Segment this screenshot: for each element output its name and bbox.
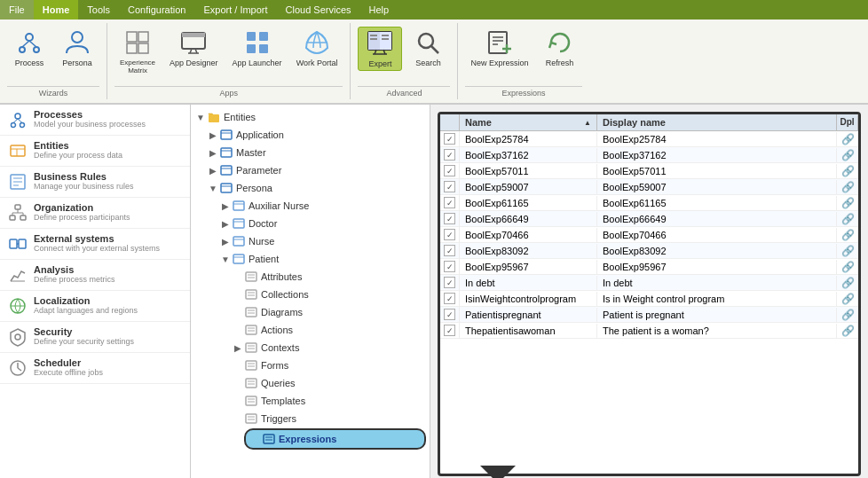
security-icon — [7, 326, 28, 348]
menu-configuration[interactable]: Configuration — [119, 0, 194, 20]
tree-item-application[interactable]: ▶ Application — [191, 126, 430, 144]
row-check[interactable]: ✓ — [440, 163, 460, 178]
row-deploy-link[interactable]: 🔗 — [837, 293, 858, 305]
tree-item-queries[interactable]: Queries — [191, 374, 430, 392]
row-deploy-link[interactable]: 🔗 — [837, 245, 858, 257]
table-row[interactable]: ✓ Patientispregnant Patient is pregnant … — [440, 307, 858, 323]
row-check[interactable]: ✓ — [440, 323, 460, 338]
localization-desc: Adapt languages and regions — [34, 306, 183, 315]
expressions-icon — [262, 432, 276, 446]
sidebar-item-entities[interactable]: Entities Define your process data — [0, 136, 190, 167]
menu-export-import[interactable]: Export / Import — [194, 0, 276, 20]
search-button[interactable]: Search — [406, 27, 450, 69]
persona-tree-label: Persona — [236, 183, 272, 193]
app-designer-button[interactable]: App Designer — [164, 27, 224, 69]
name-column-header[interactable]: Name ▲ — [460, 114, 597, 130]
tree-item-collections[interactable]: Collections — [191, 286, 430, 303]
tree-item-patient[interactable]: ▼ Patient — [191, 250, 430, 268]
persona-button[interactable]: Persona — [55, 27, 99, 69]
row-name: BoolExp25784 — [460, 132, 597, 146]
row-check[interactable]: ✓ — [440, 179, 460, 194]
row-deploy-link[interactable]: 🔗 — [837, 229, 858, 241]
menu-file[interactable]: File — [0, 0, 34, 20]
tree-item-contexts[interactable]: ▶ Contexts — [191, 339, 430, 357]
sidebar-item-processes[interactable]: Processes Model your business processes — [0, 105, 190, 136]
tree-item-diagrams[interactable]: Diagrams — [191, 303, 430, 321]
process-button[interactable]: Process — [7, 27, 51, 69]
row-deploy-link[interactable]: 🔗 — [837, 133, 858, 145]
expert-button[interactable]: Expert — [358, 27, 402, 71]
row-deploy-link[interactable]: 🔗 — [837, 197, 858, 209]
sidebar-item-external-systems[interactable]: External systems Connect with your exter… — [0, 229, 190, 260]
tree-item-persona[interactable]: ▼ Persona — [191, 179, 430, 197]
menu-tools[interactable]: Tools — [78, 0, 119, 20]
table-row[interactable]: ✓ BoolExp66649 BoolExp66649 🔗 — [440, 211, 858, 227]
table-row[interactable]: ✓ Thepatientisawoman The patient is a wo… — [440, 323, 858, 339]
sidebar-item-security[interactable]: Security Define your security settings — [0, 322, 190, 353]
menu-help[interactable]: Help — [360, 0, 398, 20]
tree-item-auxiliar-nurse[interactable]: ▶ Auxiliar Nurse — [191, 197, 430, 215]
experience-matrix-button[interactable]: ExperienceMatrix — [114, 27, 161, 76]
contexts-icon — [244, 341, 258, 355]
table-row[interactable]: ✓ IsinWeightcontrolprogram Is in Weight … — [440, 291, 858, 307]
tree-item-forms[interactable]: Forms — [191, 357, 430, 374]
sidebar-item-analysis[interactable]: Analysis Define process metrics — [0, 260, 190, 291]
scheduler-desc: Execute offline jobs — [34, 368, 183, 377]
row-deploy-link[interactable]: 🔗 — [837, 165, 858, 177]
row-deploy-link[interactable]: 🔗 — [837, 277, 858, 289]
tree-item-actions[interactable]: Actions — [191, 321, 430, 339]
svg-rect-9 — [138, 43, 148, 53]
row-check[interactable]: ✓ — [440, 131, 460, 146]
tree-item-entities-root[interactable]: ▼ Entities — [191, 108, 430, 126]
tree-item-master[interactable]: ▶ Master — [191, 144, 430, 161]
table-row[interactable]: ✓ In debt In debt 🔗 — [440, 275, 858, 291]
row-deploy-link[interactable]: 🔗 — [837, 309, 858, 321]
table-row[interactable]: ✓ BoolExp59007 BoolExp59007 🔗 — [440, 179, 858, 195]
row-check[interactable]: ✓ — [440, 211, 460, 226]
table-row[interactable]: ✓ BoolExp25784 BoolExp25784 🔗 — [440, 131, 858, 147]
table-row[interactable]: ✓ BoolExp95967 BoolExp95967 🔗 — [440, 259, 858, 275]
row-check[interactable]: ✓ — [440, 307, 460, 322]
row-check[interactable]: ✓ — [440, 195, 460, 210]
row-check[interactable]: ✓ — [440, 147, 460, 162]
refresh-button[interactable]: Refresh — [538, 27, 582, 69]
tree-item-parameter[interactable]: ▶ Parameter — [191, 161, 430, 179]
sidebar-item-scheduler[interactable]: Scheduler Execute offline jobs — [0, 353, 190, 384]
table-row[interactable]: ✓ BoolExp70466 BoolExp70466 🔗 — [440, 227, 858, 243]
menu-cloud-services[interactable]: Cloud Services — [277, 0, 360, 20]
row-deploy-link[interactable]: 🔗 — [837, 181, 858, 193]
row-check[interactable]: ✓ — [440, 243, 460, 258]
row-check[interactable]: ✓ — [440, 227, 460, 242]
tree-item-nurse[interactable]: ▶ Nurse — [191, 232, 430, 250]
row-deploy-link[interactable]: 🔗 — [837, 261, 858, 273]
table-row[interactable]: ✓ BoolExp83092 BoolExp83092 🔗 — [440, 243, 858, 259]
tree-item-templates[interactable]: Templates — [191, 392, 430, 410]
tree-item-doctor[interactable]: ▶ Doctor — [191, 215, 430, 232]
sidebar-item-business-rules[interactable]: Business Rules Manage your business rule… — [0, 167, 190, 198]
tree-item-triggers[interactable]: Triggers — [191, 410, 430, 427]
new-expression-button[interactable]: New Expression — [465, 27, 533, 69]
diagrams-icon — [244, 305, 258, 319]
apps-group-label: Apps — [114, 86, 343, 99]
row-check[interactable]: ✓ — [440, 259, 460, 274]
row-check[interactable]: ✓ — [440, 291, 460, 306]
search-label: Search — [415, 59, 441, 67]
work-portal-button[interactable]: Work Portal — [291, 27, 343, 69]
table-row[interactable]: ✓ BoolExp37162 BoolExp37162 🔗 — [440, 147, 858, 163]
tree-item-attributes[interactable]: Attributes — [191, 268, 430, 286]
app-launcher-button[interactable]: App Launcher — [227, 27, 288, 69]
sidebar-item-localization[interactable]: Localization Adapt languages and regions — [0, 291, 190, 322]
row-deploy-link[interactable]: 🔗 — [837, 213, 858, 225]
business-rules-icon — [7, 171, 28, 192]
table-row[interactable]: ✓ BoolExp61165 BoolExp61165 🔗 — [440, 195, 858, 211]
menu-home[interactable]: Home — [34, 0, 79, 20]
tree-item-expressions[interactable]: Expressions — [244, 428, 426, 450]
display-name-column-header[interactable]: Display name — [597, 114, 837, 130]
table-row[interactable]: ✓ BoolExp57011 BoolExp57011 🔗 — [440, 163, 858, 179]
row-check[interactable]: ✓ — [440, 275, 460, 290]
deploy-column-header[interactable]: Dpl — [837, 114, 858, 130]
svg-point-63 — [15, 334, 20, 340]
row-deploy-link[interactable]: 🔗 — [837, 325, 858, 337]
row-deploy-link[interactable]: 🔗 — [837, 149, 858, 161]
sidebar-item-organization[interactable]: Organization Define process participants — [0, 198, 190, 229]
